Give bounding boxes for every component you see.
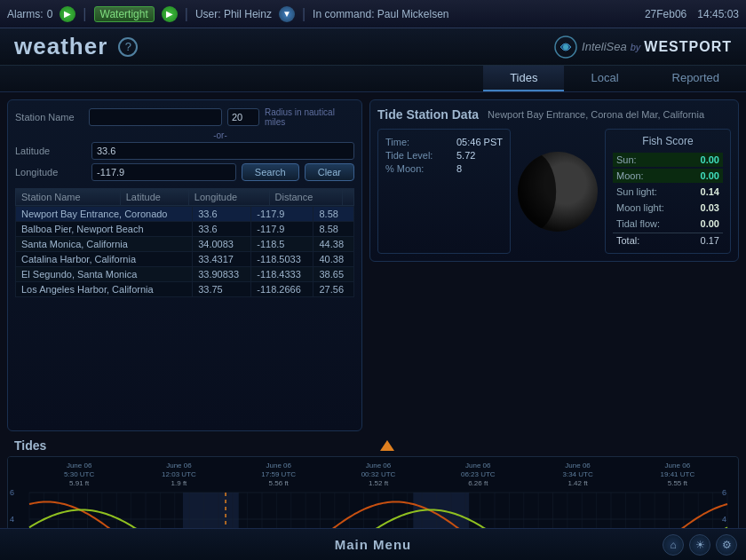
station-table: Station Name Latitude Longitude Distance: [15, 188, 354, 206]
svg-point-1: [563, 44, 568, 50]
tide-level-label: Tide Level:: [385, 150, 449, 161]
logo-area: InteliSea by WESTPORT: [553, 35, 732, 59]
fish-score-rows: Sun:0.00Moon:0.00Sun light:0.14Moon ligh…: [613, 153, 723, 231]
longitude-label: Longitude: [15, 167, 86, 177]
col-longitude: Longitude: [188, 189, 269, 206]
table-row[interactable]: Newport Bay Entrance, Coronado33.6-117.9…: [16, 207, 354, 222]
help-button[interactable]: ?: [118, 37, 138, 57]
moon-image: [518, 152, 598, 232]
moon-value: 8: [456, 163, 462, 174]
user-dropdown-btn[interactable]: ▼: [279, 6, 295, 22]
fish-total-label: Total:: [616, 235, 639, 246]
right-data-area: Tide Station Data Newport Bay Entrance, …: [369, 99, 739, 262]
fish-score-row: Sun light:0.14: [613, 185, 723, 199]
user-label: User: Phil Heinz: [195, 8, 272, 20]
search-button[interactable]: Search: [242, 163, 299, 181]
tab-tides[interactable]: Tides: [483, 66, 564, 91]
time-label: Time:: [385, 137, 449, 147]
table-row[interactable]: Catalina Harbor, California33.4317-118.5…: [16, 252, 354, 267]
header-row: weather ? InteliSea by WESTPORT: [0, 28, 746, 66]
bottom-icons: ⌂ ☀ ⚙: [663, 534, 737, 556]
watertight-badge: Watertight: [94, 6, 155, 22]
fish-score-row: Moon:0.00: [613, 169, 723, 183]
fish-total-value: 0.17: [701, 235, 719, 246]
tides-chart-label: Tides: [7, 438, 46, 453]
col-station-name: Station Name: [16, 189, 121, 206]
time-value: 05:46 PST: [456, 137, 503, 147]
tide-station-location: Newport Bay Entrance, Corona del Mar, Ca…: [488, 109, 704, 120]
page-title: weather: [14, 33, 107, 60]
logo-westport: WESTPORT: [644, 39, 732, 55]
table-row[interactable]: El Segundo, Santa Monica33.90833-118.433…: [16, 267, 354, 282]
tide-station-header: Tide Station Data Newport Bay Entrance, …: [377, 107, 731, 122]
fish-score-row: Tidal flow:0.00: [613, 217, 723, 231]
search-section: Station Name Radius in nautical miles -o…: [15, 107, 354, 181]
fish-score-row: Moon light:0.03: [613, 201, 723, 215]
intellisea-logo-icon: [553, 35, 578, 59]
alarms-item: Alarms: 0: [7, 8, 52, 20]
date-display: 27Feb06: [645, 8, 686, 20]
longitude-input[interactable]: [91, 163, 236, 181]
time-display: 14:45:03: [697, 8, 739, 20]
sun-icon-btn[interactable]: ☀: [689, 534, 710, 556]
or-label: -or-: [15, 130, 354, 140]
col-distance: Distance: [269, 189, 343, 206]
alarms-btn[interactable]: ▶: [60, 6, 75, 22]
top-bar-right: 27Feb06 14:45:03: [645, 8, 739, 20]
tide-level-value: 5.72: [456, 150, 475, 161]
moon-shadow: [518, 152, 556, 232]
watertight-btn[interactable]: ▶: [162, 6, 178, 22]
alarms-label: Alarms:: [7, 8, 44, 20]
right-panel: Tide Station Data Newport Bay Entrance, …: [369, 99, 739, 431]
main-menu-button[interactable]: Main Menu: [335, 537, 412, 552]
main-content: Station Name Radius in nautical miles -o…: [0, 92, 746, 438]
left-panel: Station Name Radius in nautical miles -o…: [7, 99, 362, 431]
station-table-container: Station Name Latitude Longitude Distance…: [15, 188, 354, 297]
command-label: In command: Paul Mickelsen: [313, 8, 448, 20]
table-row[interactable]: Los Angeles Harbor, California33.75-118.…: [16, 282, 354, 297]
settings-icon-btn[interactable]: ⚙: [716, 534, 737, 556]
latitude-label: Latitude: [15, 146, 86, 156]
table-scroll[interactable]: Newport Bay Entrance, Coronado33.6-117.9…: [15, 206, 354, 297]
moon-label: % Moon:: [385, 163, 449, 174]
home-icon-btn[interactable]: ⌂: [663, 534, 684, 556]
station-name-input[interactable]: [89, 108, 222, 126]
fish-score-row: Sun:0.00: [613, 153, 723, 167]
radius-label: Radius in nautical miles: [265, 107, 354, 127]
station-table-body: Newport Bay Entrance, Coronado33.6-117.9…: [15, 206, 354, 297]
col-latitude: Latitude: [120, 189, 188, 206]
logo-by: by: [631, 42, 641, 52]
tab-local[interactable]: Local: [564, 66, 645, 91]
top-bar: Alarms: 0 ▶ | Watertight ▶ | User: Phil …: [0, 0, 746, 28]
table-row[interactable]: Balboa Pier, Newport Beach33.6-117.98.58: [16, 222, 354, 237]
radius-input[interactable]: [227, 108, 259, 126]
fish-score-box: Fish Score Sun:0.00Moon:0.00Sun light:0.…: [605, 129, 731, 254]
tide-station-title: Tide Station Data: [377, 107, 479, 122]
tide-info-box: Time: 05:46 PST Tide Level: 5.72 % Moon:…: [377, 129, 511, 254]
fish-score-title: Fish Score: [613, 135, 723, 147]
latitude-input[interactable]: [91, 142, 354, 160]
fish-total-row: Total: 0.17: [613, 233, 723, 248]
table-row[interactable]: Santa Monica, California34.0083-118.544.…: [16, 237, 354, 252]
alarms-count: 0: [47, 8, 53, 20]
tide-data-row: Time: 05:46 PST Tide Level: 5.72 % Moon:…: [377, 129, 731, 254]
bottom-bar: Main Menu ⌂ ☀ ⚙: [0, 528, 746, 560]
station-name-label: Station Name: [15, 112, 83, 122]
tab-bar: Tides Local Reported: [0, 66, 746, 92]
clear-button[interactable]: Clear: [305, 163, 354, 181]
col-scroll: [343, 189, 354, 206]
tab-reported[interactable]: Reported: [646, 66, 746, 91]
tides-arrow: [380, 440, 394, 451]
logo-intellisea: InteliSea: [582, 40, 627, 53]
